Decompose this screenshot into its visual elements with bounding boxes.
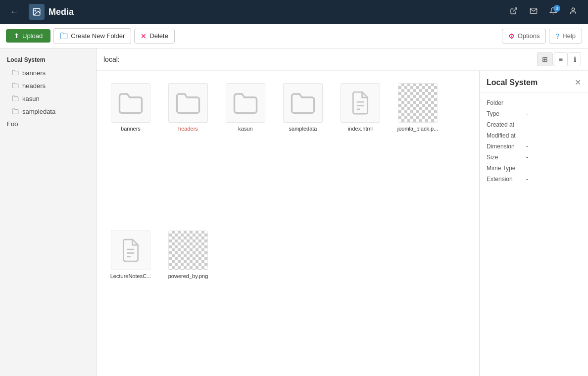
upload-icon: ⬆ [14,32,19,40]
content-area: local: ⊞ ≡ ℹ banners [97,48,588,376]
info-value-extension: - [526,176,528,183]
sidebar-item-banners[interactable]: banners [0,66,96,79]
file-thumbnail [398,83,438,123]
info-value-size: - [526,154,528,161]
info-row-modified: Modified at [487,130,581,141]
files-grid: banners headers kasun [97,71,479,376]
external-link-button[interactable] [505,4,523,20]
folder-icon [60,32,68,41]
svg-line-2 [513,8,517,11]
sidebar-item-headers[interactable]: headers [0,79,96,92]
info-panel-title: Local System [487,78,538,87]
notifications-button[interactable]: 3 [544,4,562,20]
info-row-created: Created at [487,119,581,130]
file-item-kasun[interactable]: kasun [218,78,273,222]
info-label-mimetype: Mime Type [487,165,526,172]
sidebar-extra: Foo [0,118,96,130]
app-title: Media [49,7,74,17]
file-thumbnail [226,83,265,123]
info-row-folder: Folder [487,97,581,108]
info-label-dimension: Dimension [487,143,526,150]
sidebar-item-kasun[interactable]: kasun [0,92,96,105]
svg-point-1 [35,10,36,11]
folder-icon [12,82,19,90]
grid-view-button[interactable]: ⊞ [537,52,553,66]
file-thumbnail [111,231,150,270]
options-button[interactable]: ⚙ Options [502,29,546,44]
info-table: Folder Type - Created at Modified at [480,93,588,189]
folder-icon [12,69,19,77]
delete-icon: ✕ [141,32,147,40]
file-item-joomla[interactable]: joomla_black.p... [391,78,445,222]
info-label-extension: Extension [487,176,526,183]
svg-point-3 [572,8,574,10]
file-name: headers [178,126,198,132]
info-row-extension: Extension - [487,174,581,185]
info-row-type: Type - [487,108,581,119]
file-item-lecturenotes[interactable]: LectureNotesC... [103,225,158,370]
info-label-modified: Modified at [487,132,526,139]
file-name: banners [121,126,141,132]
info-row-dimension: Dimension - [487,141,581,152]
file-thumbnail [283,83,323,123]
close-button[interactable]: ✕ [575,78,581,87]
file-thumbnail [168,231,208,270]
folder-icon [12,107,19,115]
file-thumbnail [341,83,380,123]
file-thumbnail [111,83,150,123]
file-item-headers[interactable]: headers [161,78,215,222]
file-name: powered_by.png [168,273,208,279]
help-button[interactable]: ? Help [549,29,582,44]
info-label-size: Size [487,154,526,161]
content-path: local: [103,55,120,63]
toolbar: ⬆ Upload Create New Folder ✕ Delete ⚙ Op… [0,24,588,48]
info-panel: Local System ✕ Folder Type - Created at [479,71,588,376]
file-item-indexhtml[interactable]: index.html [333,78,388,222]
file-name: joomla_black.p... [397,126,439,132]
info-view-button[interactable]: ℹ [569,52,581,66]
nav-icons: 3 [505,4,582,20]
notification-count: 3 [553,5,560,12]
info-row-size: Size - [487,152,581,163]
file-name: index.html [348,126,373,132]
file-item-poweredbypng[interactable]: powered_by.png [161,225,215,370]
sidebar-item-label: banners [22,69,46,77]
info-label-type: Type [487,110,526,117]
view-icons: ⊞ ≡ ℹ [537,52,581,66]
info-row-mimetype: Mime Type [487,163,581,174]
create-folder-button[interactable]: Create New Folder [53,28,131,44]
file-name: LectureNotesC... [110,273,151,279]
sidebar-item-label: headers [22,82,46,90]
user-button[interactable] [564,4,582,20]
file-thumbnail [168,83,208,123]
delete-button[interactable]: ✕ Delete [134,29,175,44]
upload-button[interactable]: ⬆ Upload [6,29,50,43]
top-navigation: ← Media 3 [0,0,588,24]
info-label-created: Created at [487,121,526,128]
info-panel-header: Local System ✕ [480,71,588,93]
app-logo: Media [29,4,74,20]
file-name: sampledata [289,126,317,132]
info-value-dimension: - [526,143,528,150]
question-icon: ? [555,32,559,40]
sidebar-item-label: kasun [22,95,40,102]
file-item-sampledata[interactable]: sampledata [276,78,330,222]
back-button[interactable]: ← [6,5,23,19]
content-header: local: ⊞ ≡ ℹ [97,48,588,71]
file-name: kasun [238,126,252,132]
sidebar-item-sampledata[interactable]: sampledata [0,105,96,118]
mail-button[interactable] [525,4,542,20]
list-view-button[interactable]: ≡ [554,52,568,66]
sidebar-section-label: Local System [0,54,96,66]
info-value-type: - [526,110,528,117]
folder-icon [12,94,19,102]
gear-icon: ⚙ [508,32,515,40]
main-layout: Local System banners headers kasun sampl… [0,48,588,376]
logo-icon [29,4,45,20]
info-label-folder: Folder [487,99,526,106]
file-item-banners[interactable]: banners [103,78,158,222]
sidebar: Local System banners headers kasun sampl… [0,48,97,376]
sidebar-item-label: sampledata [22,108,55,115]
